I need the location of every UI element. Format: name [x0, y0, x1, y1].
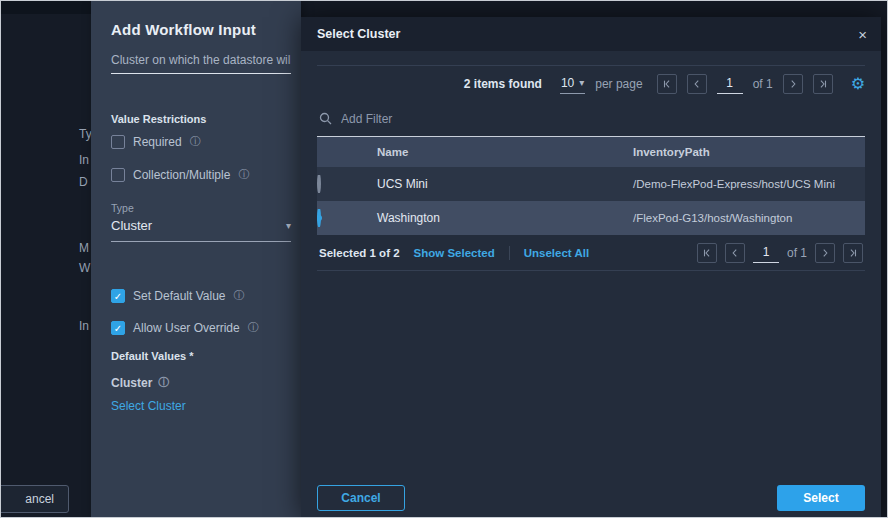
column-header-name: Name [365, 146, 621, 158]
value-restrictions-heading: Value Restrictions [111, 113, 206, 125]
next-page-button[interactable] [815, 243, 835, 263]
table-toolbar: 2 items found 10 ▾ per page 1 of 1 [317, 65, 865, 101]
gear-icon[interactable]: ⚙ [851, 76, 865, 92]
last-page-button[interactable] [843, 243, 863, 263]
type-dropdown[interactable]: Cluster ▾ [111, 218, 291, 242]
items-found-count: 2 items found [464, 77, 542, 91]
chevron-down-icon: ▾ [286, 220, 291, 231]
unselect-all-link[interactable]: Unselect All [524, 247, 589, 259]
modal-header: Select Cluster × [301, 17, 881, 51]
table-row[interactable]: UCS Mini /Demo-FlexPod-Express/host/UCS … [317, 167, 865, 201]
required-checkbox[interactable] [111, 135, 125, 149]
info-icon: ⓘ [238, 167, 249, 182]
footer-divider [509, 246, 510, 260]
default-cluster-label: Cluster [111, 376, 152, 390]
default-cluster-row: Cluster ⓘ [111, 375, 169, 390]
filter-bar [317, 101, 865, 137]
collection-checkbox[interactable] [111, 168, 125, 182]
selected-label: Selected [319, 247, 366, 259]
footer-pagination: 1 of 1 [697, 243, 863, 263]
default-values-heading: Default Values * [111, 350, 194, 362]
set-default-checkbox[interactable]: ✓ [111, 289, 125, 303]
cancel-button[interactable]: Cancel [317, 485, 405, 511]
chevron-down-icon: ▾ [579, 77, 584, 88]
panel-title: Add Workflow Input [111, 21, 256, 38]
modal-title: Select Cluster [317, 27, 400, 41]
backdrop-fragment: W [79, 261, 90, 275]
info-icon: ⓘ [158, 375, 169, 390]
type-label: Type [111, 202, 134, 214]
description-field-wrap [111, 49, 291, 74]
prev-page-button[interactable] [725, 243, 745, 263]
allow-override-checkbox-row[interactable]: ✓ Allow User Override ⓘ [111, 320, 259, 335]
set-default-label: Set Default Value [133, 289, 226, 303]
backdrop-top-strip [1, 1, 93, 14]
show-selected-link[interactable]: Show Selected [414, 247, 495, 259]
page-number-input[interactable]: 1 [717, 74, 743, 94]
set-default-checkbox-row[interactable]: ✓ Set Default Value ⓘ [111, 288, 245, 303]
selected-count: 1 of 2 [370, 247, 400, 259]
backdrop-fragment: M [79, 241, 89, 255]
select-cluster-modal: Select Cluster × 2 items found 10 ▾ per … [301, 17, 881, 518]
required-label: Required [133, 135, 182, 149]
first-page-button[interactable] [657, 74, 677, 94]
table-header-row: Name InventoryPath [317, 137, 865, 167]
page-number-input[interactable]: 1 [753, 243, 779, 263]
search-icon [319, 112, 332, 125]
collection-checkbox-row[interactable]: Collection/Multiple ⓘ [111, 167, 249, 182]
page-total-label: of 1 [753, 77, 773, 91]
row-radio-selected[interactable] [317, 209, 321, 227]
prev-page-button[interactable] [687, 74, 707, 94]
allow-override-label: Allow User Override [133, 321, 240, 335]
modal-body: 2 items found 10 ▾ per page 1 of 1 [301, 51, 881, 271]
row-inventory-path: /FlexPod-G13/host/Washington [621, 212, 865, 224]
info-icon: ⓘ [248, 320, 259, 335]
type-value: Cluster [111, 218, 152, 233]
row-radio-unselected[interactable] [317, 175, 321, 193]
add-workflow-input-panel: Add Workflow Input Value Restrictions Re… [91, 1, 301, 518]
required-checkbox-row[interactable]: Required ⓘ [111, 134, 201, 149]
row-name: UCS Mini [365, 177, 621, 191]
collection-label: Collection/Multiple [133, 168, 230, 182]
backdrop-fragment: Ty [79, 127, 92, 141]
allow-override-checkbox[interactable]: ✓ [111, 321, 125, 335]
page-total-label: of 1 [787, 246, 807, 260]
app-screen: Ty In D M W In ancel Add Workflow Input … [0, 0, 888, 518]
close-icon[interactable]: × [858, 27, 867, 42]
info-icon: ⓘ [234, 288, 245, 303]
per-page-label: per page [595, 77, 642, 91]
selected-summary: Selected 1 of 2 [319, 247, 400, 259]
add-filter-input[interactable] [341, 112, 863, 126]
row-inventory-path: /Demo-FlexPod-Express/host/UCS Mini [621, 178, 865, 190]
info-icon: ⓘ [190, 134, 201, 149]
description-input[interactable] [111, 49, 291, 74]
table-footer: Selected 1 of 2 Show Selected Unselect A… [317, 235, 865, 271]
table-row-selected[interactable]: Washington /FlexPod-G13/host/Washington [317, 201, 865, 235]
backdrop-fragment: D [79, 175, 88, 189]
first-page-button[interactable] [697, 243, 717, 263]
next-page-button[interactable] [783, 74, 803, 94]
background-cancel-button: ancel [0, 485, 69, 513]
last-page-button[interactable] [813, 74, 833, 94]
column-header-inventorypath: InventoryPath [621, 146, 865, 158]
per-page-select[interactable]: 10 ▾ [560, 74, 585, 94]
select-button[interactable]: Select [777, 485, 865, 511]
backdrop-fragment: In [79, 153, 89, 167]
select-cluster-link[interactable]: Select Cluster [111, 399, 186, 413]
per-page-value: 10 [561, 76, 574, 90]
row-name: Washington [365, 211, 621, 225]
backdrop-fragment: In [79, 319, 89, 333]
